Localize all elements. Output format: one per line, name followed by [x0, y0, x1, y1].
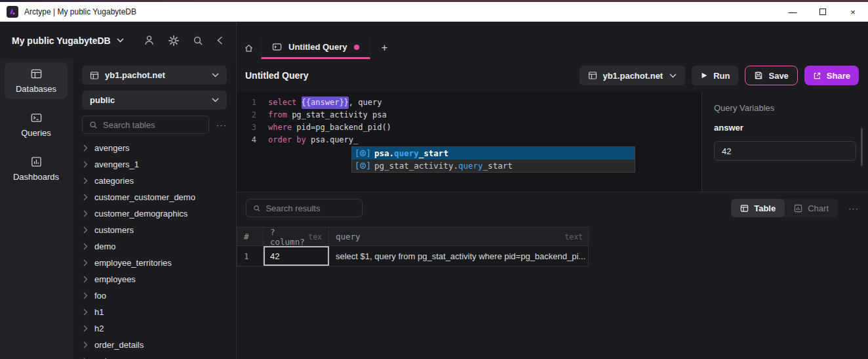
share-icon: [813, 72, 821, 80]
nav-item-databases[interactable]: Databases: [5, 62, 68, 99]
results-more-button[interactable]: ···: [848, 204, 859, 213]
chevron-right-icon: [83, 292, 88, 299]
result-cell-query[interactable]: select $1, query from pg_stat_activity w…: [329, 246, 589, 266]
workspace-header: My public YugabyteDB: [0, 22, 236, 59]
table-item[interactable]: order_details: [82, 337, 227, 353]
results-search-input[interactable]: [266, 203, 355, 213]
query-connection-select[interactable]: yb1.pachot.net: [580, 66, 685, 85]
code-line[interactable]: 1select {{answer}}, query: [237, 96, 701, 109]
left-region: My public YugabyteDB: [0, 22, 236, 359]
tables-more-button[interactable]: ···: [216, 121, 227, 129]
settings-button[interactable]: [168, 35, 179, 46]
column-header-column[interactable]: ?column? tex: [264, 228, 329, 245]
chevron-down-icon: [212, 98, 219, 102]
chevron-down-icon: [117, 38, 124, 43]
workspace-name: My public YugabyteDB: [12, 35, 111, 46]
table-item[interactable]: foo: [82, 287, 227, 304]
maximize-button[interactable]: [808, 2, 838, 22]
table-item[interactable]: employees: [82, 271, 227, 287]
view-table-button[interactable]: Table: [731, 199, 785, 217]
table-item[interactable]: avengers: [82, 140, 227, 156]
chevron-right-icon: [83, 161, 88, 168]
table-item[interactable]: h1: [82, 304, 227, 320]
chevron-right-icon: [83, 210, 88, 217]
chevron-down-icon: [212, 73, 219, 77]
schema-select[interactable]: public: [82, 91, 227, 110]
table-name: h1: [94, 307, 104, 317]
tables-search-input[interactable]: [103, 120, 202, 130]
table-item[interactable]: employee_territories: [82, 255, 227, 271]
table-item[interactable]: customer_customer_demo: [82, 189, 227, 205]
tab-untitled-query[interactable]: Untitled Query: [261, 37, 370, 59]
table-name: order_details: [94, 340, 144, 350]
titlebar: Arctype | My public YugabyteDB — ×: [0, 2, 868, 22]
table-item[interactable]: demo: [82, 238, 227, 255]
results-search[interactable]: [246, 199, 363, 217]
table-name: employees: [94, 274, 136, 284]
view-toggle: Table Chart: [731, 199, 838, 217]
app-window: Arctype | My public YugabyteDB — × My pu…: [0, 0, 868, 359]
chevron-left-icon: [217, 36, 223, 45]
table-item[interactable]: orders: [82, 353, 227, 359]
share-button[interactable]: Share: [804, 66, 859, 85]
table-name: avengers_1: [94, 159, 139, 169]
table-item[interactable]: customers: [82, 222, 227, 238]
query-title: Untitled Query: [245, 70, 308, 81]
results-grid-header: # ?column? tex query text: [237, 227, 589, 246]
view-chart-button[interactable]: Chart: [785, 199, 838, 217]
scrollbar-thumb[interactable]: [861, 128, 863, 166]
nav-label: Dashboards: [13, 172, 59, 182]
table-list: avengersavengers_1categoriescustomer_cus…: [82, 140, 227, 359]
query-variable-token: {{answer}}: [302, 96, 349, 109]
editor-row: 1select {{answer}}, query2from pg_stat_a…: [237, 92, 868, 192]
tables-panel: yb1.pachot.net public ··· ave: [72, 59, 236, 359]
variable-value-input[interactable]: [722, 146, 848, 156]
chevron-right-icon: [83, 226, 88, 234]
search-button[interactable]: [193, 35, 203, 46]
autocomplete-item[interactable]: pg_stat_activity.query_start: [352, 159, 635, 172]
autocomplete-popup: psa.query_startpg_stat_activity.query_st…: [351, 146, 635, 173]
save-button[interactable]: Save: [745, 66, 797, 85]
autocomplete-item[interactable]: psa.query_start: [352, 147, 635, 159]
table-name: customer_demographics: [94, 209, 187, 219]
minimize-button[interactable]: —: [778, 2, 808, 22]
nav-item-queries[interactable]: Queries: [5, 106, 68, 143]
tab-home[interactable]: [237, 37, 261, 59]
code-line[interactable]: 3where pid=pg_backend_pid(): [237, 121, 701, 134]
column-header-index[interactable]: #: [237, 228, 264, 245]
results-section: Table Chart ···: [237, 192, 868, 359]
variables-panel-title: Query Variables: [714, 103, 856, 113]
table-item[interactable]: customer_demographics: [82, 205, 227, 222]
variable-value-field[interactable]: [714, 141, 856, 161]
table-item[interactable]: h2: [82, 320, 227, 337]
nav-item-dashboards[interactable]: Dashboards: [5, 150, 68, 187]
workspace-switcher[interactable]: My public YugabyteDB: [12, 35, 124, 46]
sql-editor[interactable]: 1select {{answer}}, query2from pg_stat_a…: [237, 92, 701, 192]
column-header-query[interactable]: query text: [329, 228, 589, 245]
collapse-sidebar-button[interactable]: [217, 36, 223, 45]
table-item[interactable]: categories: [82, 173, 227, 189]
connection-select[interactable]: yb1.pachot.net: [82, 66, 227, 85]
share-label: Share: [827, 71, 850, 81]
view-chart-label: Chart: [808, 203, 829, 213]
run-button[interactable]: Run: [692, 66, 738, 85]
search-icon: [193, 35, 203, 46]
new-tab-button[interactable]: +: [370, 37, 399, 59]
table-name: customer_customer_demo: [94, 192, 195, 202]
row-index-cell[interactable]: 1: [237, 246, 264, 266]
account-button[interactable]: [144, 35, 155, 46]
table-item[interactable]: avengers_1: [82, 156, 227, 173]
query-connection-value: yb1.pachot.net: [602, 71, 663, 81]
column-type: text: [564, 232, 583, 242]
nav-label: Queries: [21, 128, 51, 138]
code-token: where: [268, 121, 292, 134]
result-cell-selected[interactable]: 42: [264, 246, 329, 266]
line-number: 2: [237, 109, 256, 121]
code-line[interactable]: 2from pg_stat_activity psa: [237, 109, 701, 121]
left-body: Databases Queries Dashboards: [0, 59, 236, 359]
close-button[interactable]: ×: [838, 2, 868, 22]
table-name: foo: [94, 291, 106, 301]
database-icon: [588, 71, 597, 80]
code-line[interactable]: 4order by psa.query_: [237, 134, 701, 146]
tables-search[interactable]: [82, 116, 209, 134]
